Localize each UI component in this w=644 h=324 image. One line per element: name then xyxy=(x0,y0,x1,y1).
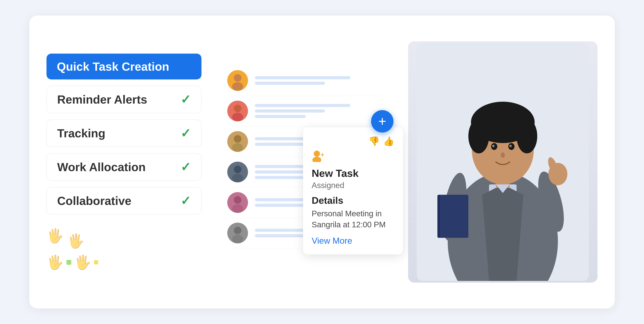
svg-point-30 xyxy=(516,119,537,153)
line-bar xyxy=(255,109,325,113)
avatar xyxy=(227,192,248,213)
feature-label: Reminder Alerts xyxy=(57,93,147,106)
person-illustration xyxy=(408,41,598,283)
task-details-label: Details xyxy=(312,195,394,206)
feature-label: Work Allocation xyxy=(57,160,146,174)
user-row xyxy=(227,65,382,96)
user-lines xyxy=(255,76,382,85)
square-yellow-decor xyxy=(94,260,98,264)
feature-label: Quick Task Creation xyxy=(57,60,169,73)
right-panel-person xyxy=(408,41,598,283)
svg-point-2 xyxy=(232,82,243,91)
thumbs-down-icon[interactable]: 👎 xyxy=(368,136,380,147)
svg-point-16 xyxy=(234,227,242,234)
svg-point-4 xyxy=(234,105,242,112)
check-icon: ✓ xyxy=(180,160,191,174)
svg-point-19 xyxy=(312,157,321,162)
hand-green-icon: 🖐 xyxy=(74,254,91,270)
middle-panel: + 👎 👍 + New Task Assigned Details Person… xyxy=(227,65,382,248)
check-icon: ✓ xyxy=(180,194,191,208)
line-bar xyxy=(255,176,306,179)
svg-rect-41 xyxy=(438,195,440,238)
user-row xyxy=(227,96,382,126)
svg-point-10 xyxy=(234,166,242,173)
feature-work-allocation[interactable]: Work Allocation ✓ xyxy=(46,153,202,181)
person-svg xyxy=(417,43,589,281)
svg-point-8 xyxy=(232,143,243,152)
svg-rect-40 xyxy=(437,195,468,238)
check-icon: ✓ xyxy=(180,92,191,107)
check-icon: ✓ xyxy=(180,126,191,140)
svg-point-35 xyxy=(501,152,505,158)
thumbs-up-icon[interactable]: 👍 xyxy=(383,136,394,147)
avatar xyxy=(227,223,248,243)
svg-point-14 xyxy=(232,204,243,213)
task-details-text: Personal Meeting in Sangrila at 12:00 PM xyxy=(312,208,394,230)
user-lines xyxy=(255,104,382,118)
svg-point-11 xyxy=(232,174,243,182)
hand-yellow-icon: 🖐 xyxy=(46,254,64,270)
hand-pink-icon: 🖐 xyxy=(46,228,64,249)
avatar xyxy=(227,131,248,152)
feature-quick-task[interactable]: Quick Task Creation xyxy=(46,54,202,80)
svg-point-5 xyxy=(232,113,243,121)
feature-label: Tracking xyxy=(57,127,106,140)
square-green-decor xyxy=(66,260,71,265)
line-bar xyxy=(255,76,350,79)
feature-tracking[interactable]: Tracking ✓ xyxy=(46,119,202,147)
assign-person-icon: + xyxy=(312,150,394,165)
feature-label: Collaborative xyxy=(57,194,132,207)
svg-point-1 xyxy=(234,74,242,82)
task-card: 👎 👍 + New Task Assigned Details Personal… xyxy=(303,127,403,254)
line-bar xyxy=(255,115,306,118)
avatar xyxy=(227,162,248,182)
task-card-header: 👎 👍 xyxy=(312,136,394,147)
feature-reminder-alerts[interactable]: Reminder Alerts ✓ xyxy=(46,86,202,113)
svg-text:+: + xyxy=(320,151,324,158)
left-panel: Quick Task Creation Reminder Alerts ✓ Tr… xyxy=(46,54,202,270)
svg-point-18 xyxy=(314,151,320,157)
fab-add-button[interactable]: + xyxy=(371,110,394,133)
svg-point-33 xyxy=(492,145,494,147)
view-more-link[interactable]: View More xyxy=(312,236,352,246)
task-title: New Task xyxy=(312,167,394,179)
decorative-hands: 🖐 🖐 🖐 🖐 xyxy=(46,228,150,270)
svg-point-17 xyxy=(232,235,243,243)
svg-point-13 xyxy=(234,196,242,204)
svg-point-7 xyxy=(234,135,242,143)
main-card: Quick Task Creation Reminder Alerts ✓ Tr… xyxy=(29,16,615,308)
svg-point-29 xyxy=(468,119,489,153)
avatar xyxy=(227,101,248,121)
line-bar xyxy=(255,82,325,85)
task-status: Assigned xyxy=(312,181,394,190)
feature-collaborative[interactable]: Collaborative ✓ xyxy=(46,187,202,215)
avatar xyxy=(227,70,248,91)
svg-point-34 xyxy=(509,145,512,147)
line-bar xyxy=(255,104,350,107)
hand-blue-icon: 🖐 xyxy=(67,233,84,249)
